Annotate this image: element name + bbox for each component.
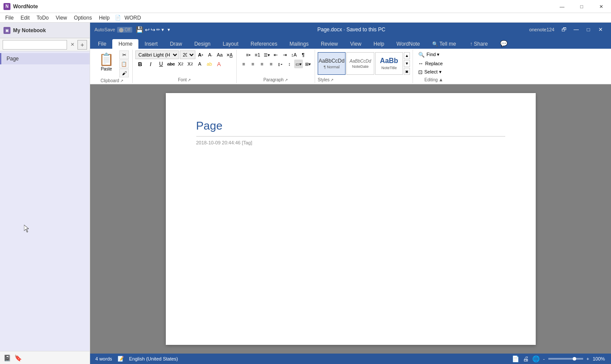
- tab-share[interactable]: ↑ Share: [464, 39, 494, 49]
- tab-references[interactable]: References: [245, 39, 283, 49]
- font-expand-icon[interactable]: ↗: [188, 78, 191, 82]
- styles-scroll-up[interactable]: ▲: [404, 52, 410, 59]
- font-name-select[interactable]: Calibri Light (H: [135, 50, 179, 59]
- zoom-level[interactable]: 100%: [593, 356, 606, 361]
- search-input[interactable]: [3, 40, 67, 50]
- minimize-button[interactable]: —: [552, 0, 572, 13]
- tab-tellme[interactable]: 🔍 Tell me: [426, 39, 462, 49]
- bullets-button[interactable]: ≡•: [244, 50, 253, 59]
- replace-button[interactable]: ↔ Replace: [416, 60, 451, 67]
- highlight-color-button[interactable]: ab: [205, 60, 214, 68]
- tab-mailings[interactable]: Mailings: [283, 39, 315, 49]
- redo-btn[interactable]: ↪: [151, 27, 155, 33]
- numbering-button[interactable]: ≡1: [253, 50, 262, 59]
- more-btn[interactable]: ▾: [168, 27, 170, 33]
- menu-edit[interactable]: Edit: [17, 14, 33, 22]
- borders-button[interactable]: ⊞▾: [303, 60, 312, 68]
- text-effects-button[interactable]: A: [195, 60, 204, 68]
- columns-button[interactable]: ⫿▾: [276, 60, 285, 68]
- menu-view[interactable]: View: [52, 14, 70, 22]
- web-layout-icon[interactable]: 🌐: [532, 355, 540, 362]
- menu-file[interactable]: File: [2, 14, 17, 22]
- line-spacing-button[interactable]: ↕: [285, 60, 294, 68]
- justify-button[interactable]: ≡: [267, 60, 275, 68]
- comments-icon[interactable]: 💬: [494, 38, 514, 49]
- style-normal[interactable]: AaBbCcDd ¶ Normal: [318, 52, 346, 75]
- strikethrough-button[interactable]: abc: [167, 60, 175, 68]
- tag-bottom-icon[interactable]: 🔖: [14, 354, 22, 361]
- word-close-btn[interactable]: ✕: [594, 24, 607, 35]
- menu-options[interactable]: Options: [70, 14, 95, 22]
- sort-button[interactable]: ↕A: [290, 50, 299, 59]
- tab-file[interactable]: File: [92, 39, 112, 49]
- show-hide-button[interactable]: ¶: [299, 50, 308, 59]
- undo-btn[interactable]: ↩: [145, 27, 150, 33]
- zoom-in-button[interactable]: +: [587, 356, 589, 361]
- clipboard-expand-icon[interactable]: ↗: [120, 79, 124, 83]
- tab-insert[interactable]: Insert: [138, 39, 164, 49]
- style-notetitle[interactable]: AaBb NoteTitle: [375, 52, 403, 75]
- search-clear-button[interactable]: ✕: [69, 41, 76, 48]
- print-layout-icon[interactable]: 🖨: [523, 355, 529, 362]
- superscript-button[interactable]: X2: [186, 60, 195, 68]
- shading-button[interactable]: ▭▾: [294, 60, 303, 68]
- menu-help[interactable]: Help: [95, 14, 113, 22]
- tab-design[interactable]: Design: [188, 39, 216, 49]
- customize-btn[interactable]: ✏ ▾: [156, 27, 164, 33]
- track-changes-icon[interactable]: 📝: [118, 356, 124, 362]
- align-right-button[interactable]: ≡: [258, 60, 266, 68]
- word-minimize-btn[interactable]: —: [570, 24, 582, 35]
- read-mode-icon[interactable]: 📄: [512, 355, 519, 362]
- tab-draw[interactable]: Draw: [164, 39, 188, 49]
- menu-word[interactable]: WORD: [121, 14, 144, 22]
- page-item[interactable]: Page: [0, 53, 90, 64]
- zoom-out-button[interactable]: -: [543, 356, 545, 361]
- document-area[interactable]: Page 2018-10-09 20:44:46 [Tag]: [90, 84, 611, 354]
- font-clear-button[interactable]: ✕A: [225, 50, 234, 59]
- font-case-button[interactable]: Aa: [215, 50, 224, 59]
- align-left-button[interactable]: ≡: [239, 60, 248, 68]
- close-button[interactable]: ✕: [591, 0, 611, 13]
- word-maximize-btn[interactable]: □: [582, 24, 594, 35]
- tab-view[interactable]: View: [344, 39, 368, 49]
- align-center-button[interactable]: ≡: [248, 60, 257, 68]
- tab-wordnote[interactable]: WordNote: [390, 39, 426, 49]
- increase-indent-button[interactable]: ⇥: [281, 50, 289, 59]
- style-notedate[interactable]: AaBbCcDd NoteDate: [346, 52, 374, 75]
- autosave-toggle[interactable]: ⬤ Off: [117, 27, 132, 33]
- styles-expand-icon[interactable]: ↗: [330, 78, 334, 82]
- menu-todo[interactable]: ToDo: [33, 14, 52, 22]
- subscript-button[interactable]: X2: [176, 60, 185, 68]
- styles-expand[interactable]: ▣: [404, 68, 410, 75]
- document-title[interactable]: Page: [196, 119, 505, 137]
- word-restore-btn[interactable]: 🗗: [558, 24, 570, 35]
- maximize-button[interactable]: □: [572, 0, 591, 13]
- font-size-select[interactable]: 20: [180, 50, 195, 59]
- editing-expand-icon[interactable]: ▲: [439, 77, 443, 82]
- language[interactable]: English (United States): [129, 356, 178, 361]
- add-page-button[interactable]: +: [77, 40, 87, 50]
- italic-button[interactable]: I: [146, 60, 155, 68]
- select-button[interactable]: ⊡ Select ▾: [416, 68, 451, 76]
- cut-button[interactable]: ✂: [119, 50, 129, 59]
- font-color-button[interactable]: A: [215, 60, 223, 68]
- format-painter-button[interactable]: 🖌: [119, 69, 129, 77]
- decrease-indent-button[interactable]: ⇤: [272, 50, 280, 59]
- bold-button[interactable]: B: [135, 60, 145, 68]
- paragraph-expand-icon[interactable]: ↗: [285, 78, 288, 82]
- tab-home[interactable]: Home: [112, 39, 138, 49]
- tab-layout[interactable]: Layout: [217, 39, 245, 49]
- tab-review[interactable]: Review: [315, 39, 344, 49]
- font-shrink-button[interactable]: A-: [206, 50, 215, 59]
- find-button[interactable]: 🔍 Find ▾: [416, 51, 451, 59]
- tab-help[interactable]: Help: [367, 39, 390, 49]
- paste-button[interactable]: 📋 Paste: [95, 50, 118, 73]
- copy-button[interactable]: 📋: [119, 60, 129, 68]
- zoom-slider-container[interactable]: [548, 358, 583, 360]
- styles-scroll-down[interactable]: ▼: [404, 60, 410, 67]
- multilevel-button[interactable]: ☰▾: [262, 50, 271, 59]
- underline-button[interactable]: U: [156, 60, 166, 68]
- notebook-bottom-icon[interactable]: 📓: [3, 354, 11, 361]
- save-quick-btn[interactable]: 💾: [136, 26, 143, 33]
- font-grow-button[interactable]: A+: [196, 50, 205, 59]
